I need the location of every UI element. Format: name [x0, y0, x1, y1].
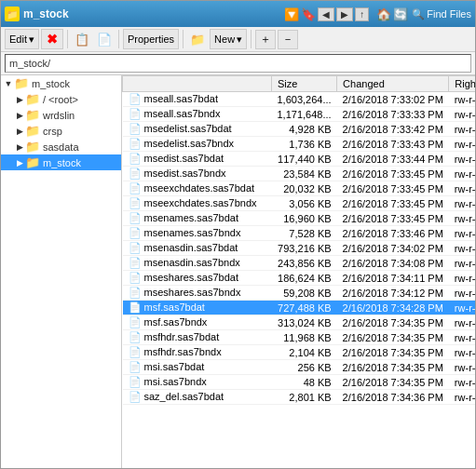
tree-arrow: ▼ [3, 79, 14, 88]
delete-button[interactable]: ✖ [41, 29, 63, 49]
file-size: 1,171,648... [272, 107, 337, 122]
up-icon[interactable]: ↑ [355, 7, 369, 21]
file-size: 186,624 KB [272, 271, 337, 286]
forward-icon[interactable]: ▶ [336, 7, 353, 21]
file-size: 243,856 KB [272, 256, 337, 271]
table-row[interactable]: 📄msfhdr.sas7bdat11,968 KB2/16/2018 7:34:… [123, 330, 476, 345]
file-rights: rw-r----- [449, 196, 475, 211]
copy-icon[interactable]: 📋 [72, 32, 92, 47]
table-row[interactable]: 📄mseshares.sas7bdat186,624 KB2/16/2018 7… [123, 271, 476, 286]
tree-item-mstock[interactable]: ▶ 📁 m_stock [1, 154, 121, 170]
file-rights: rw-r----- [449, 390, 475, 405]
file-size: 727,488 KB [272, 301, 337, 315]
sep1 [67, 30, 68, 48]
table-row[interactable]: 📄mseexchdates.sas7bdat20,032 KB2/16/2018… [123, 181, 476, 196]
table-row[interactable]: 📄saz_del.sas7bdat2,801 KB2/16/2018 7:34:… [123, 390, 476, 405]
tree-arrow-crsp: ▶ [14, 127, 25, 136]
file-list[interactable]: Size Changed Rights Owner 📄mseall.sas7bd… [122, 75, 475, 468]
sep3 [183, 30, 184, 48]
file-size: 313,024 KB [272, 315, 337, 330]
folder-icon-wrdslin: 📁 [25, 108, 40, 122]
folder-icon-crsp: 📁 [25, 124, 40, 138]
tree-label-root: / <root> [43, 94, 78, 105]
table-row[interactable]: 📄msf.sas7bdat727,488 KB2/16/2018 7:34:28… [123, 301, 476, 315]
table-row[interactable]: 📄msenasdin.sas7bdat793,216 KB2/16/2018 7… [123, 241, 476, 256]
file-changed: 2/16/2018 7:34:35 PM [337, 330, 449, 345]
file-rights: rw-r----- [449, 286, 475, 301]
table-row[interactable]: 📄mseexchdates.sas7bndx3,056 KB2/16/2018 … [123, 196, 476, 211]
folder-icon: 📁 [14, 76, 29, 90]
folder-icon-toolbar[interactable]: 📁 [187, 32, 208, 47]
col-name-header[interactable] [123, 76, 272, 92]
path-field[interactable]: m_stock/ [5, 54, 471, 73]
file-rights: rw-r----- [449, 345, 475, 360]
table-row[interactable]: 📄msf.sas7bndx313,024 KB2/16/2018 7:34:35… [123, 315, 476, 330]
file-changed: 2/16/2018 7:34:35 PM [337, 315, 449, 330]
file-changed: 2/16/2018 7:34:35 PM [337, 345, 449, 360]
file-changed: 2/16/2018 7:34:11 PM [337, 271, 449, 286]
file-size: 793,216 KB [272, 241, 337, 256]
table-row[interactable]: 📄msedist.sas7bndx23,584 KB2/16/2018 7:33… [123, 167, 476, 181]
file-size: 2,104 KB [272, 345, 337, 360]
table-row[interactable]: 📄msenames.sas7bndx7,528 KB2/16/2018 7:33… [123, 226, 476, 241]
file-name: 📄msenames.sas7bndx [123, 226, 272, 241]
tree-item-crsp[interactable]: ▶ 📁 crsp [1, 123, 121, 139]
main-area: ▼ 📁 m_stock ▶ 📁 / <root> ▶ 📁 wrdslin ▶ 📁… [1, 75, 475, 468]
file-table: Size Changed Rights Owner 📄mseall.sas7bd… [122, 75, 475, 405]
table-row[interactable]: 📄msi.sas7bdat256 KB2/16/2018 7:34:35 PMr… [123, 360, 476, 375]
table-row[interactable]: 📄mseall.sas7bndx1,171,648...2/16/2018 7:… [123, 107, 476, 122]
tree-item-wrdslin[interactable]: ▶ 📁 wrdslin [1, 107, 121, 123]
file-size: 11,968 KB [272, 330, 337, 345]
file-name: 📄msfhdr.sas7bdat [123, 330, 272, 345]
expand-icon[interactable]: ＋ [255, 30, 276, 49]
file-name: 📄msenasdin.sas7bdat [123, 241, 272, 256]
table-row[interactable]: 📄mseshares.sas7bndx59,208 KB2/16/2018 7:… [123, 286, 476, 301]
col-changed-header[interactable]: Changed [337, 76, 449, 92]
properties-label: Properties [128, 34, 174, 45]
file-changed: 2/16/2018 7:34:35 PM [337, 375, 449, 390]
file-rights: rw-r----- [449, 92, 475, 107]
file-changed: 2/16/2018 7:34:36 PM [337, 390, 449, 405]
table-row[interactable]: 📄msi.sas7bndx48 KB2/16/2018 7:34:35 PMrw… [123, 375, 476, 390]
tree-item-root[interactable]: ▶ 📁 / <root> [1, 91, 121, 107]
collapse-icon[interactable]: － [278, 30, 298, 49]
bookmark-icon[interactable]: 🔖 [301, 7, 316, 21]
file-size: 1,603,264... [272, 92, 337, 107]
file-size: 16,960 KB [272, 211, 337, 226]
tree-item-mstock-root[interactable]: ▼ 📁 m_stock [1, 75, 121, 91]
file-rights: rw-r----- [449, 360, 475, 375]
file-changed: 2/16/2018 7:33:33 PM [337, 107, 449, 122]
table-row[interactable]: 📄msedelist.sas7bdat4,928 KB2/16/2018 7:3… [123, 122, 476, 137]
folder-icon-root: 📁 [25, 92, 40, 106]
col-rights-header[interactable]: Rights [449, 76, 475, 92]
home-icon[interactable]: 🏠 [376, 7, 391, 21]
find-files-icon[interactable]: 🔍 [412, 8, 425, 20]
table-row[interactable]: 📄msenasdin.sas7bndx243,856 KB2/16/2018 7… [123, 256, 476, 271]
properties-button[interactable]: Properties [123, 29, 179, 49]
file-name: 📄mseall.sas7bndx [123, 107, 272, 122]
back-icon[interactable]: ◀ [318, 7, 334, 21]
file-changed: 2/16/2018 7:33:45 PM [337, 181, 449, 196]
edit-button[interactable]: Edit ▾ [5, 29, 39, 49]
filter-icon[interactable]: 🔽 [284, 7, 299, 21]
paste-icon[interactable]: 📄 [94, 32, 115, 47]
table-row[interactable]: 📄msedist.sas7bdat117,440 KB2/16/2018 7:3… [123, 152, 476, 167]
new-button[interactable]: New ▾ [210, 29, 247, 49]
file-changed: 2/16/2018 7:33:43 PM [337, 137, 449, 152]
file-size: 117,440 KB [272, 152, 337, 167]
file-size: 1,736 KB [272, 137, 337, 152]
table-row[interactable]: 📄msenames.sas7bdat16,960 KB2/16/2018 7:3… [123, 211, 476, 226]
file-size: 59,208 KB [272, 286, 337, 301]
file-changed: 2/16/2018 7:33:45 PM [337, 211, 449, 226]
col-size-header[interactable]: Size [272, 76, 337, 92]
edit-label: Edit [9, 34, 27, 45]
refresh-icon[interactable]: 🔄 [393, 7, 408, 21]
file-size: 7,528 KB [272, 226, 337, 241]
table-row[interactable]: 📄mseall.sas7bdat1,603,264...2/16/2018 7:… [123, 92, 476, 107]
window-title: m_stock [23, 7, 277, 20]
table-row[interactable]: 📄msedelist.sas7bndx1,736 KB2/16/2018 7:3… [123, 137, 476, 152]
tree-item-sasdata[interactable]: ▶ 📁 sasdata [1, 139, 121, 154]
find-files-label[interactable]: Find Files [427, 8, 471, 20]
file-rights: rw-r----- [449, 330, 475, 345]
table-row[interactable]: 📄msfhdr.sas7bndx2,104 KB2/16/2018 7:34:3… [123, 345, 476, 360]
